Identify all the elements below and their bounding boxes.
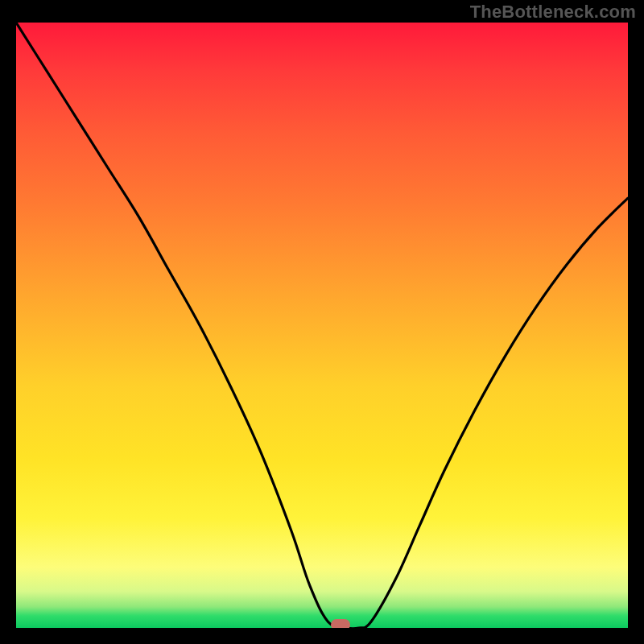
bottleneck-curve bbox=[16, 23, 628, 628]
plot-area bbox=[16, 23, 628, 628]
attribution-label: TheBottleneck.com bbox=[470, 2, 636, 23]
curve-layer bbox=[16, 23, 628, 628]
optimum-marker bbox=[331, 619, 350, 628]
chart-frame: TheBottleneck.com bbox=[0, 0, 644, 644]
